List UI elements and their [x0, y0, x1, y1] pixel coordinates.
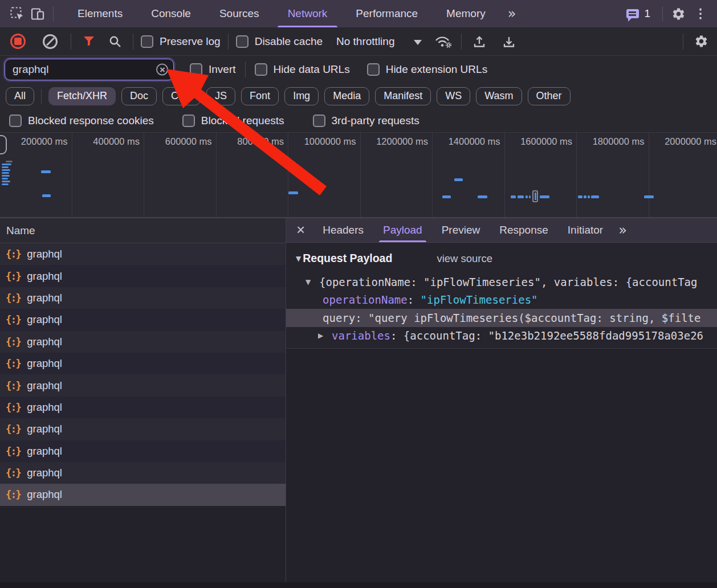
request-row[interactable]: {:}graphql: [0, 353, 286, 374]
filter-chip-ws[interactable]: WS: [437, 87, 470, 105]
request-row[interactable]: {:}graphql: [0, 397, 286, 418]
filter-chip-img[interactable]: Img: [284, 87, 319, 105]
tab-performance[interactable]: Performance: [341, 0, 432, 27]
request-row[interactable]: {:}graphql: [0, 287, 286, 309]
filter-chip-doc[interactable]: Doc: [121, 87, 157, 105]
tab-memory[interactable]: Memory: [432, 0, 500, 27]
separator: [53, 6, 54, 21]
advanced-filter-row: Blocked response cookiesBlocked requests…: [0, 109, 717, 133]
request-row[interactable]: {:}graphql: [0, 331, 286, 353]
hide-extension-urls-label: Hide extension URLs: [386, 63, 487, 76]
tab-elements[interactable]: Elements: [63, 0, 137, 27]
export-har-button[interactable]: [499, 31, 519, 52]
hide-data-urls-label: Hide data URLs: [274, 63, 350, 76]
network-overview[interactable]: 200000 ms400000 ms600000 ms800000 ms1000…: [0, 133, 717, 218]
payload-text: variables: [332, 329, 390, 342]
payload-tree-row[interactable]: ▼{operationName: "ipFlowTimeseries", var…: [286, 273, 717, 291]
device-toolbar-button[interactable]: [27, 3, 48, 24]
filter-chip-manifest[interactable]: Manifest: [375, 87, 431, 105]
filter-row: Invert Hide data URLs Hide extension URL…: [0, 56, 717, 83]
more-detail-tabs-icon[interactable]: »: [618, 222, 627, 238]
request-row[interactable]: {:}graphql: [0, 440, 286, 462]
filter-chip-css[interactable]: CSS: [162, 87, 201, 105]
checkbox-icon: [313, 115, 325, 127]
request-row[interactable]: {:}graphql: [0, 462, 286, 484]
detail-tab-response[interactable]: Response: [490, 218, 558, 242]
detail-tab-preview[interactable]: Preview: [432, 218, 490, 242]
throttling-select[interactable]: No throttling: [336, 35, 422, 48]
tab-console[interactable]: Console: [137, 0, 205, 27]
filter-chip-wasm[interactable]: Wasm: [476, 87, 522, 105]
search-button[interactable]: [105, 31, 125, 52]
request-row[interactable]: {:}graphql: [0, 243, 286, 265]
payload-tree-row[interactable]: operationName: "ipFlowTimeseries": [286, 291, 717, 309]
preserve-log-checkbox[interactable]: Preserve log: [141, 35, 221, 48]
filter-chip-all[interactable]: All: [6, 87, 34, 105]
xhr-type-icon: {:}: [6, 423, 21, 435]
filter-checkbox-3rd-party-requests[interactable]: 3rd-party requests: [313, 115, 419, 127]
view-source-link[interactable]: view source: [437, 252, 492, 265]
payload-tree: ▼{operationName: "ipFlowTimeseries", var…: [286, 267, 717, 345]
overview-request-bar: [454, 178, 463, 181]
request-row[interactable]: {:}graphql: [0, 309, 286, 330]
filter-chip-font[interactable]: Font: [241, 87, 279, 105]
detail-tab-payload[interactable]: Payload: [373, 218, 432, 242]
record-button[interactable]: [10, 34, 26, 49]
disable-cache-checkbox[interactable]: Disable cache: [236, 35, 323, 48]
xhr-type-icon: {:}: [6, 467, 21, 479]
tab-network[interactable]: Network: [274, 0, 342, 27]
request-details-panel: × HeadersPayloadPreviewResponseInitiator…: [286, 218, 717, 588]
filter-input[interactable]: [5, 63, 173, 76]
settings-button[interactable]: [668, 3, 689, 24]
payload-tree-row[interactable]: ▶variables: {accountTag: "b12e3b2192ee55…: [286, 327, 717, 345]
gear-icon: [671, 7, 686, 21]
overview-time-label: 2000000 ms: [665, 136, 716, 146]
filter-checkbox-blocked-response-cookies[interactable]: Blocked response cookies: [9, 115, 154, 127]
request-name: graphql: [27, 467, 62, 479]
clear-filter-icon[interactable]: [156, 64, 168, 76]
request-row[interactable]: {:}graphql: [0, 374, 286, 396]
payload-text: {operationName: "ipFlowTimeseries", vari…: [319, 276, 697, 288]
hide-extension-urls-checkbox[interactable]: Hide extension URLs: [367, 63, 487, 76]
type-filter-chips: AllFetch/XHRDocCSSJSFontImgMediaManifest…: [0, 83, 717, 109]
filter-chip-other[interactable]: Other: [528, 87, 571, 105]
detail-tab-headers[interactable]: Headers: [313, 218, 373, 242]
request-row[interactable]: {:}graphql: [0, 265, 286, 287]
invert-checkbox[interactable]: Invert: [190, 63, 236, 76]
close-details-icon[interactable]: ×: [286, 222, 313, 238]
network-conditions-button[interactable]: [433, 31, 454, 52]
separator: [133, 34, 133, 50]
more-panels-icon[interactable]: »: [500, 6, 524, 22]
name-column-header[interactable]: Name: [0, 218, 286, 243]
download-icon: [502, 35, 516, 48]
overview-request-bar: [540, 195, 549, 198]
overview-time-label: 1000000 ms: [304, 136, 356, 146]
console-messages-button[interactable]: 1: [623, 7, 654, 20]
tree-toggle-icon[interactable]: ▶: [318, 332, 332, 340]
tree-toggle-icon[interactable]: ▼: [305, 278, 319, 286]
request-row[interactable]: {:}graphql: [0, 484, 286, 505]
overview-request-bar: [2, 183, 9, 185]
xhr-type-icon: {:}: [6, 336, 21, 348]
filter-toggle-button[interactable]: [79, 31, 99, 52]
request-row[interactable]: {:}graphql: [0, 418, 286, 440]
payload-section-header[interactable]: ▼ Request Payload view source: [286, 243, 717, 267]
import-har-button[interactable]: [469, 31, 490, 52]
kebab-menu-icon[interactable]: ⋮: [689, 7, 712, 20]
filter-chip-js[interactable]: JS: [206, 87, 235, 105]
detail-tab-initiator[interactable]: Initiator: [558, 218, 613, 242]
payload-tree-row[interactable]: query: "query ipFlowTimeseries($accountT…: [286, 309, 717, 327]
xhr-type-icon: {:}: [6, 292, 21, 304]
network-settings-button[interactable]: [691, 31, 711, 52]
filter-checkbox-blocked-requests[interactable]: Blocked requests: [182, 115, 284, 127]
overview-grip-handle[interactable]: [0, 135, 7, 154]
message-bubble-icon: [626, 9, 639, 18]
hide-data-urls-checkbox[interactable]: Hide data URLs: [255, 63, 350, 76]
tab-sources[interactable]: Sources: [205, 0, 274, 27]
inspect-element-button[interactable]: [7, 3, 27, 24]
clear-network-log-button[interactable]: [43, 34, 58, 49]
overview-time-label: 800000 ms: [237, 136, 284, 146]
xhr-type-icon: {:}: [6, 358, 21, 369]
filter-chip-fetch-xhr[interactable]: Fetch/XHR: [48, 87, 116, 105]
filter-chip-media[interactable]: Media: [324, 87, 369, 105]
